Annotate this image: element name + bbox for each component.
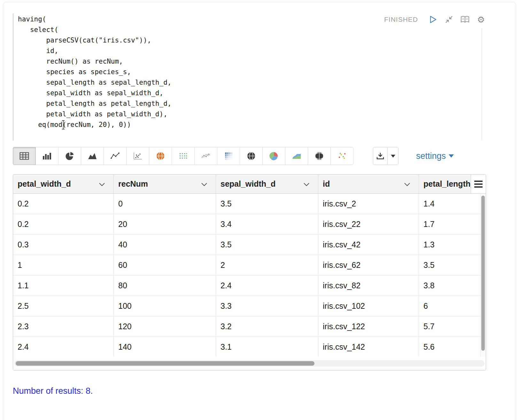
table-cell: 3.2 — [216, 316, 318, 337]
multi-line-chart-icon — [201, 152, 211, 160]
chevron-down-icon[interactable] — [303, 183, 310, 186]
table-cell: 0.3 — [13, 235, 114, 255]
scatter-plot-icon — [133, 152, 142, 160]
vertical-scrollbar-thumb[interactable] — [481, 196, 485, 351]
table-body: 0.203.5iris.csv_21.40.2203.4iris.csv_221… — [13, 194, 486, 357]
caret-down-icon — [391, 155, 395, 158]
table-cell: 0.2 — [13, 194, 114, 214]
table-cell: iris.csv_142 — [318, 337, 419, 357]
table-cell: 1 — [13, 255, 114, 275]
column-header-recNum[interactable]: recNum — [114, 175, 216, 193]
chart-button-world-map[interactable] — [149, 147, 172, 165]
chart-button-multi-line[interactable] — [194, 147, 217, 165]
book-icon — [461, 16, 469, 23]
chart-button-geo-area[interactable] — [285, 147, 308, 165]
table-cell: 1.3 — [419, 235, 486, 255]
table-cell: 20 — [114, 214, 216, 234]
table-cell: 2 — [216, 255, 318, 275]
chart-button-heatmap[interactable] — [217, 147, 240, 165]
gear-icon: ⚙ — [477, 15, 485, 24]
table-cell: 5.7 — [419, 316, 486, 337]
table-cell: iris.csv_102 — [318, 296, 419, 316]
table-header-row: petal_width_drecNumsepal_width_didpetal_… — [13, 175, 486, 194]
table-cell: 120 — [114, 316, 216, 337]
chart-button-line[interactable] — [104, 147, 127, 165]
table-row: 2.51003.3iris.csv_1026 — [13, 296, 486, 316]
chart-button-globe[interactable] — [240, 147, 263, 165]
table-cell: 3.5 — [419, 255, 486, 275]
text-cursor — [63, 121, 64, 129]
column-header-id[interactable]: id — [318, 175, 419, 193]
line-chart-icon — [111, 152, 120, 160]
horizontal-scrollbar-thumb[interactable] — [16, 361, 314, 366]
table-icon — [19, 152, 29, 160]
area-chart-icon — [88, 152, 97, 160]
pie-chart-icon — [66, 152, 74, 160]
download-options-button[interactable] — [388, 147, 399, 165]
table-cell: 140 — [114, 337, 216, 357]
table-cell: 0 — [114, 194, 216, 214]
chart-button-pie-colored[interactable] — [262, 147, 285, 165]
code-line: recNum() as recNum, — [18, 56, 171, 67]
table-row: 2.31203.2iris.csv_1225.7 — [13, 316, 486, 337]
table-cell: iris.csv_22 — [318, 214, 419, 234]
table-cell: iris.csv_82 — [318, 276, 419, 296]
paragraph-settings-button[interactable]: ⚙ — [476, 15, 486, 24]
chart-button-area[interactable] — [81, 147, 104, 165]
code-line: having( — [18, 14, 171, 25]
column-label: petal_width_d — [13, 175, 113, 193]
column-header-petal_width_d[interactable]: petal_width_d — [13, 175, 114, 193]
status-label: FINISHED — [384, 16, 418, 23]
table-row: 2.41403.1iris.csv_1425.6 — [13, 337, 486, 357]
download-button[interactable] — [373, 147, 388, 165]
run-button[interactable] — [428, 15, 438, 24]
table-row: 1602iris.csv_623.5 — [13, 255, 486, 276]
play-icon — [429, 15, 437, 24]
chart-button-bar[interactable] — [35, 147, 58, 165]
column-label: sepal_width_d — [216, 175, 318, 193]
chevron-down-icon[interactable] — [99, 183, 105, 186]
chart-button-table[interactable] — [13, 147, 36, 165]
table-cell: 2.5 — [13, 296, 114, 316]
paragraph-controls: FINISHED ⚙ — [384, 15, 486, 24]
hamburger-icon — [474, 181, 483, 182]
code-editor[interactable]: having( select( parseCSV(cat("iris.csv")… — [13, 13, 482, 141]
column-header-sepal_width_d[interactable]: sepal_width_d — [216, 175, 318, 193]
world-map-icon — [156, 152, 165, 160]
chart-button-grid-plot[interactable] — [172, 147, 195, 165]
code-line: eq(mod(recNum, 20), 0)) — [18, 120, 171, 130]
code-line: select( — [18, 25, 171, 35]
results-count: Number of results: 8. — [13, 386, 93, 396]
table-cell: 2.4 — [13, 337, 114, 357]
table-cell: 6 — [419, 296, 486, 316]
results-table: petal_width_drecNumsepal_width_didpetal_… — [13, 174, 486, 370]
show-editor-button[interactable] — [460, 15, 470, 24]
chart-button-scatter[interactable] — [126, 147, 149, 165]
chart-button-pie[interactable] — [58, 147, 81, 165]
table-cell: 1.7 — [419, 214, 486, 234]
table-cell: 5.6 — [419, 337, 486, 357]
table-cell: 3.1 — [216, 337, 318, 357]
table-cell: 3.3 — [216, 296, 318, 316]
visualization-toolbar — [13, 147, 353, 165]
collapse-button[interactable] — [444, 15, 454, 24]
chart-button-bubble[interactable] — [330, 147, 353, 165]
table-cell: 1.1 — [13, 276, 114, 296]
grid-plot-icon — [179, 152, 188, 160]
table-menu-button[interactable] — [471, 175, 486, 193]
code-line: petal_width as petal_width_d), — [18, 109, 171, 120]
code-line: id, — [18, 46, 171, 56]
chart-button-globe-alt[interactable] — [308, 147, 331, 165]
table-row: 1.1802.4iris.csv_823.8 — [13, 276, 486, 296]
geo-area-icon — [292, 152, 301, 160]
settings-label: settings — [416, 151, 446, 161]
chevron-down-icon[interactable] — [404, 183, 410, 186]
editor-scrollbar[interactable] — [482, 28, 482, 140]
settings-link[interactable]: settings — [416, 147, 454, 165]
vertical-scrollbar[interactable] — [480, 194, 486, 357]
code-line: sepal_width as sepal_width_d, — [18, 88, 171, 98]
table-row: 0.203.5iris.csv_21.4 — [13, 194, 486, 214]
horizontal-scrollbar[interactable] — [13, 357, 486, 370]
chevron-down-icon[interactable] — [201, 183, 207, 186]
editor-gutter-border — [13, 13, 13, 141]
